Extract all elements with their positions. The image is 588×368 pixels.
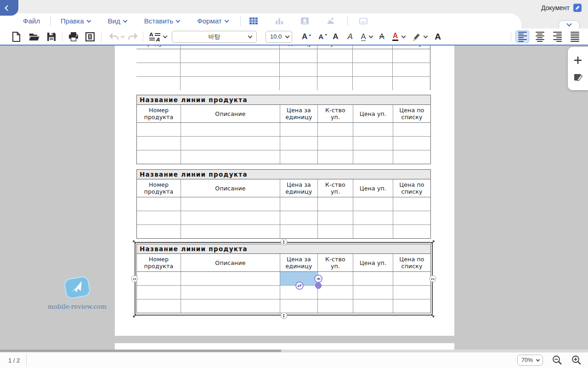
table-header-cell[interactable]: Цена уп. [353,46,393,49]
table-cell[interactable] [280,137,318,150]
table-header-cell[interactable]: Цена посписку [393,105,430,122]
table-cell[interactable] [280,63,317,76]
table-cell[interactable] [318,225,353,238]
table-cell[interactable] [181,77,280,90]
product-table[interactable]: Название линии продуктаНомерпродуктаОпис… [136,95,431,164]
table-cell[interactable] [393,211,430,224]
product-table[interactable]: Название линии продуктаНомерпродуктаОпис… [136,46,430,90]
table-cell[interactable] [181,150,280,164]
table-header-cell[interactable]: Цена заединицу [280,179,318,197]
resize-right-handle[interactable]: ↔ [430,276,436,282]
table-cell[interactable] [317,77,353,90]
table-cell[interactable] [393,63,430,76]
table-header-cell[interactable]: Описание [181,105,280,122]
table-cell[interactable] [353,77,393,90]
table-cell[interactable] [353,299,393,313]
paragraph-style-chevron[interactable] [164,34,167,39]
table-cell[interactable] [353,63,393,76]
table-cell[interactable] [393,299,430,313]
highlighter-chevron[interactable] [423,34,427,39]
preview-button[interactable] [85,32,95,41]
table-cell[interactable] [181,49,280,63]
resize-top-handle[interactable]: ↕ [280,239,287,246]
table-cell[interactable] [318,211,353,224]
table-cell[interactable] [393,197,430,211]
text-effects-button[interactable]: A [435,32,441,42]
decrease-font-button[interactable]: A▼ [318,33,323,41]
italic-button[interactable]: A [347,32,352,41]
back-button[interactable] [0,0,18,16]
strikethrough-button[interactable]: A [379,32,384,41]
collapse-toolbar-button[interactable] [559,20,580,29]
table-cell[interactable] [393,123,430,136]
table-header-cell[interactable]: Номерпродукта [137,179,181,197]
table-cell[interactable] [353,150,393,164]
table-cell[interactable] [181,197,280,211]
table-title-band[interactable]: Название линии продукта [137,244,430,254]
table-cell[interactable] [137,150,181,164]
table-cell[interactable] [137,211,181,224]
product-table[interactable]: Название линии продуктаНомерпродуктаОпис… [136,169,431,239]
table-icon[interactable] [248,16,259,27]
table-cell[interactable] [317,63,353,76]
bold-button[interactable]: A [333,33,338,41]
zoom-out-button[interactable] [552,355,562,365]
table-cell[interactable] [181,299,280,313]
table-header-cell[interactable]: Описание [181,46,280,49]
add-page-button[interactable] [571,54,584,67]
table-cell[interactable] [353,197,393,211]
table-cell[interactable] [353,211,393,224]
underline-chevron[interactable] [368,34,373,39]
table-cell[interactable] [181,211,280,224]
table-cell[interactable] [353,286,393,299]
table-cell[interactable] [137,286,181,299]
table-cell[interactable] [280,123,318,136]
table-cell[interactable] [318,299,353,313]
table-cell[interactable] [353,49,393,63]
font-family-select[interactable]: 바탕 [172,31,257,43]
table-header-cell[interactable]: Цена уп. [353,105,393,122]
table-cell[interactable] [136,77,181,90]
table-cell[interactable] [137,137,181,150]
table-header-cell[interactable]: Описание [181,179,280,197]
table-cell[interactable] [353,225,393,238]
table-header-cell[interactable]: Описание [181,254,280,271]
table-header-cell[interactable]: Номерпродукта [137,105,181,122]
table-cell[interactable] [137,123,181,136]
table-title-band[interactable]: Название линии продукта [137,95,430,105]
table-header-cell[interactable]: Номерпродукта [136,46,181,49]
table-cell[interactable] [137,197,181,211]
table-cell[interactable] [393,272,430,285]
table-header-cell[interactable]: Цена уп. [353,254,393,271]
menu-edit[interactable]: Правка [61,17,90,25]
table-cell[interactable] [136,63,181,76]
table-header-cell[interactable]: К-ствоуп. [317,46,353,49]
table-cell[interactable] [137,225,181,238]
font-size-select[interactable]: 10.0 [266,31,292,43]
zoom-level-select[interactable]: 70% [517,355,543,366]
menu-file[interactable]: Файл [23,17,40,25]
table-header-cell[interactable]: Цена заединицу [280,254,318,271]
table-cell[interactable] [280,197,318,211]
table-header-cell[interactable]: Цена посписку [393,179,430,197]
font-color-button[interactable]: A [392,32,399,41]
table-cell[interactable] [318,286,353,299]
table-cell[interactable] [181,137,280,150]
page-1[interactable]: Название линии продуктаНомерпродуктаОпис… [115,46,454,336]
redo-button[interactable] [128,33,138,40]
table-cell[interactable] [181,286,280,299]
table-cell[interactable] [318,123,353,136]
menu-view[interactable]: Вид [108,17,127,25]
font-color-chevron[interactable] [401,34,405,39]
table-cell[interactable] [353,272,393,285]
table-cell[interactable] [393,49,430,63]
table-header-cell[interactable]: Цена посписку [393,254,430,271]
cell-corner-handle[interactable] [315,282,322,289]
table-header-cell[interactable]: Цена уп. [353,179,393,197]
table-header-cell[interactable]: Цена заединицу [280,105,318,122]
table-cell[interactable] [280,225,318,238]
table-cell[interactable] [393,286,430,299]
table-cell[interactable] [353,137,393,150]
zoom-in-button[interactable] [571,355,582,365]
underline-button[interactable]: A [361,33,366,41]
